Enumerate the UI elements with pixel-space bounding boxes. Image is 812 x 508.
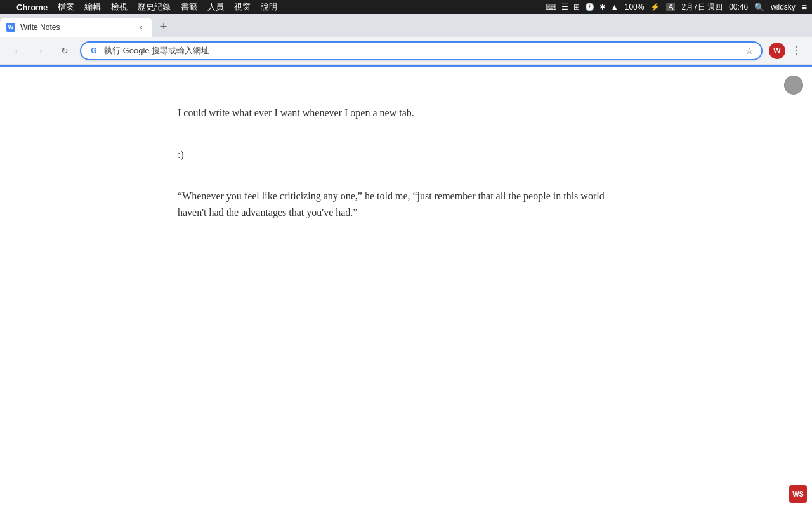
- menubar-file[interactable]: 檔案: [58, 1, 74, 13]
- address-bar-input[interactable]: G 執行 Google 搜尋或輸入網址 ☆: [80, 41, 763, 60]
- bluetooth-icon: ✱: [599, 3, 606, 11]
- menubar-view[interactable]: 檢視: [111, 1, 128, 13]
- menubar-list-icon[interactable]: ≡: [802, 2, 807, 12]
- bookmark-star-button[interactable]: ☆: [745, 46, 754, 56]
- menubar-right: ⌨ ☰ ⊞ 🕐 ✱ ▲ 100% ⚡ A 2月7日 週四 00:46 🔍 wil…: [546, 2, 807, 13]
- addressbar: ‹ › ↻ G 執行 Google 搜尋或輸入網址 ☆ W ⋮: [0, 37, 812, 65]
- address-text: 執行 Google 搜尋或輸入網址: [104, 45, 740, 57]
- note-text-1: I could write what ever I want whenever …: [178, 105, 634, 121]
- notes-container: I could write what ever I want whenever …: [152, 67, 660, 284]
- menubar-window[interactable]: 視窗: [234, 1, 251, 13]
- tab-favicon: W: [6, 23, 15, 32]
- note-paragraph-3: “Whenever you feel like criticizing any …: [178, 188, 634, 220]
- tab-close-button[interactable]: ×: [136, 22, 146, 32]
- note-text-2: :): [178, 147, 634, 163]
- menubar-people[interactable]: 人員: [207, 1, 224, 13]
- text-cursor-line: [178, 246, 634, 258]
- note-paragraph-1: I could write what ever I want whenever …: [178, 105, 634, 121]
- tab-title: Write Notes: [20, 23, 131, 32]
- active-tab[interactable]: W Write Notes ×: [0, 18, 152, 37]
- menubar-username: wildsky: [771, 3, 796, 11]
- content-area[interactable]: I could write what ever I want whenever …: [0, 67, 812, 508]
- menubar-bookmarks[interactable]: 書籤: [181, 1, 197, 13]
- note-text-3: “Whenever you feel like criticizing any …: [178, 188, 634, 220]
- chrome-menu-button[interactable]: ⋮: [788, 43, 804, 59]
- display-icon: ☰: [561, 3, 568, 11]
- menubar-help[interactable]: 說明: [261, 1, 277, 13]
- keyboard-icon: ⌨: [546, 3, 556, 11]
- menubar-time: 00:46: [729, 3, 748, 11]
- clock-icon: 🕐: [585, 3, 594, 11]
- back-button[interactable]: ‹: [8, 42, 25, 60]
- menubar-a-icon: A: [666, 3, 675, 11]
- forward-button[interactable]: ›: [32, 42, 49, 60]
- profile-button[interactable]: W: [769, 43, 785, 59]
- note-paragraph-2: :): [178, 147, 634, 163]
- menubar: Chrome 檔案 編輯 檢視 歷史記錄 書籤 人員 視窗 說明 ⌨ ☰ ⊞ 🕐…: [0, 0, 812, 14]
- ws-extension-badge[interactable]: WS: [789, 485, 807, 503]
- menubar-search-icon[interactable]: 🔍: [754, 3, 764, 12]
- text-cursor: [178, 247, 178, 258]
- menubar-history[interactable]: 歷史記錄: [138, 1, 171, 13]
- addressbar-right-controls: W ⋮: [769, 43, 804, 59]
- battery-charge-icon: ⚡: [650, 3, 660, 11]
- menubar-chrome[interactable]: Chrome: [16, 3, 48, 12]
- new-tab-button[interactable]: +: [155, 18, 173, 36]
- battery-percentage: 100%: [625, 3, 645, 11]
- menubar-icons: ⌨ ☰ ⊞ 🕐 ✱ ▲: [546, 3, 619, 11]
- tabbar: W Write Notes × +: [0, 14, 812, 37]
- grid-icon: ⊞: [573, 3, 580, 11]
- menubar-edit[interactable]: 編輯: [84, 1, 101, 13]
- reload-button[interactable]: ↻: [56, 42, 74, 60]
- google-icon: G: [89, 46, 99, 56]
- menubar-date: 2月7日 週四: [681, 2, 723, 13]
- settings-button-inner: [785, 76, 802, 94]
- settings-button[interactable]: [784, 76, 803, 95]
- wifi-icon: ▲: [611, 3, 619, 11]
